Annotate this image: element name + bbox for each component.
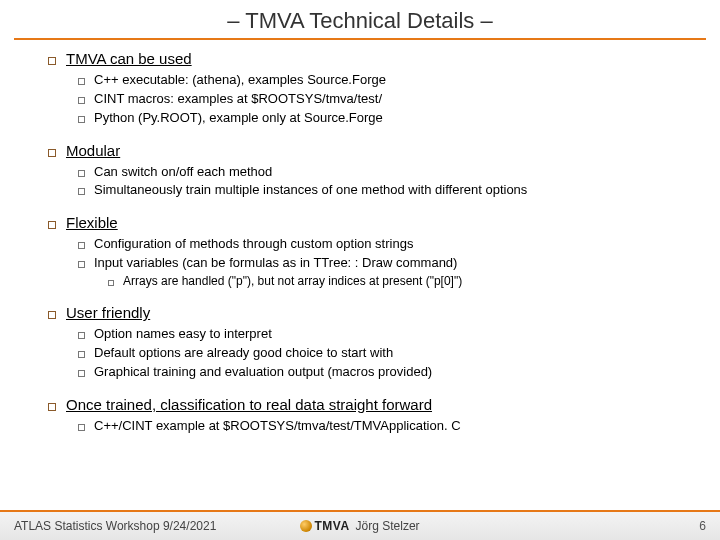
bullet-icon: [78, 351, 85, 358]
list-item: C++ executable: (athena), examples Sourc…: [94, 71, 386, 90]
slide-content: TMVA can be used C++ executable: (athena…: [0, 40, 720, 510]
list-item: Default options are already good choice …: [94, 344, 393, 363]
bullet-icon: [78, 370, 85, 377]
bullet-icon: [78, 261, 85, 268]
list-item: Graphical training and evaluation output…: [94, 363, 432, 382]
bullet-icon: [78, 116, 85, 123]
section-heading: User friendly: [66, 304, 150, 321]
bullet-icon: [48, 221, 56, 229]
bullet-icon: [78, 97, 85, 104]
section-heading: Once trained, classification to real dat…: [66, 396, 432, 413]
bullet-icon: [78, 78, 85, 85]
logo-text: TMVA: [314, 519, 349, 533]
tmva-logo: TMVA: [300, 519, 349, 533]
list-item: Can switch on/off each method: [94, 163, 272, 182]
list-item: Arrays are handled ("p"), but not array …: [123, 273, 462, 290]
list-item: Option names easy to interpret: [94, 325, 272, 344]
section-heading: Modular: [66, 142, 120, 159]
list-item: Python (Py.ROOT), example only at Source…: [94, 109, 383, 128]
logo-dot-icon: [300, 520, 312, 532]
list-item: Simultaneously train multiple instances …: [94, 181, 527, 200]
slide-title: – TMVA Technical Details –: [0, 8, 720, 34]
bullet-icon: [78, 170, 85, 177]
section-heading: Flexible: [66, 214, 118, 231]
slide-footer: ATLAS Statistics Workshop 9/24/2021 TMVA…: [0, 510, 720, 540]
bullet-icon: [78, 242, 85, 249]
bullet-icon: [78, 332, 85, 339]
section-heading: TMVA can be used: [66, 50, 192, 67]
bullet-icon: [78, 424, 85, 431]
list-item: CINT macros: examples at $ROOTSYS/tmva/t…: [94, 90, 382, 109]
list-item: Input variables (can be formulas as in T…: [94, 254, 457, 273]
bullet-icon: [48, 403, 56, 411]
list-item: Configuration of methods through custom …: [94, 235, 413, 254]
bullet-icon: [48, 57, 56, 65]
bullet-icon: [48, 149, 56, 157]
bullet-icon: [108, 280, 114, 286]
bullet-icon: [48, 311, 56, 319]
bullet-icon: [78, 188, 85, 195]
list-item: C++/CINT example at $ROOTSYS/tmva/test/T…: [94, 417, 461, 436]
page-number: 6: [699, 519, 706, 533]
footer-author: Jörg Stelzer: [356, 519, 420, 533]
footer-left: ATLAS Statistics Workshop 9/24/2021: [14, 519, 245, 533]
